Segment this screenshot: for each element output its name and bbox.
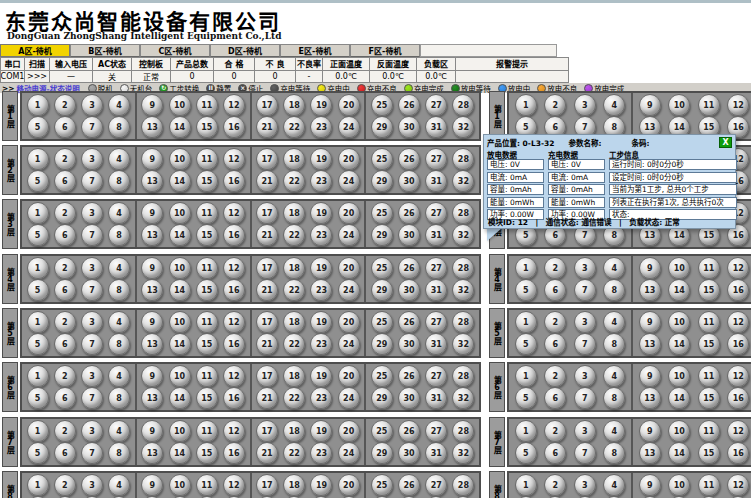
battery-cell-30[interactable]: 30 <box>398 442 420 464</box>
battery-cell-1[interactable]: 1 <box>27 148 49 170</box>
battery-cell-17[interactable]: 17 <box>256 202 278 224</box>
battery-cell-3[interactable]: 3 <box>81 474 103 496</box>
battery-cell-10[interactable]: 10 <box>169 420 191 442</box>
battery-cell-24[interactable]: 24 <box>338 224 360 246</box>
battery-cell-27[interactable]: 27 <box>425 420 447 442</box>
battery-cell-25[interactable]: 25 <box>371 202 393 224</box>
battery-cell-1[interactable]: 1 <box>515 365 537 387</box>
battery-cell-31[interactable]: 31 <box>425 442 447 464</box>
battery-cell-10[interactable]: 10 <box>169 474 191 496</box>
battery-cell-30[interactable]: 30 <box>398 224 420 246</box>
battery-cell-6[interactable]: 6 <box>54 387 76 409</box>
battery-cell-13[interactable]: 13 <box>141 224 163 246</box>
battery-cell-7[interactable]: 7 <box>574 333 596 355</box>
battery-cell-7[interactable]: 7 <box>81 116 103 138</box>
battery-cell-7[interactable]: 7 <box>574 442 596 464</box>
battery-cell-29[interactable]: 29 <box>371 387 393 409</box>
battery-cell-7[interactable]: 7 <box>81 170 103 192</box>
battery-cell-26[interactable]: 26 <box>398 94 420 116</box>
tab-zone-4[interactable]: E区-待机 <box>280 44 350 57</box>
battery-cell-3[interactable]: 3 <box>81 202 103 224</box>
battery-cell-9[interactable]: 9 <box>639 257 661 279</box>
battery-cell-9[interactable]: 9 <box>141 365 163 387</box>
battery-cell-10[interactable]: 10 <box>668 474 690 496</box>
battery-cell-18[interactable]: 18 <box>283 474 305 496</box>
battery-cell-16[interactable]: 16 <box>223 224 245 246</box>
battery-cell-25[interactable]: 25 <box>371 257 393 279</box>
battery-cell-19[interactable]: 19 <box>310 148 332 170</box>
battery-cell-29[interactable]: 29 <box>371 279 393 301</box>
battery-cell-16[interactable]: 16 <box>223 170 245 192</box>
battery-cell-19[interactable]: 19 <box>310 257 332 279</box>
battery-cell-22[interactable]: 22 <box>283 333 305 355</box>
battery-cell-14[interactable]: 14 <box>169 279 191 301</box>
battery-cell-4[interactable]: 4 <box>108 365 130 387</box>
battery-cell-13[interactable]: 13 <box>639 387 661 409</box>
battery-cell-12[interactable]: 12 <box>223 420 245 442</box>
battery-cell-13[interactable]: 13 <box>141 116 163 138</box>
battery-cell-10[interactable]: 10 <box>668 311 690 333</box>
battery-cell-26[interactable]: 26 <box>398 474 420 496</box>
battery-cell-5[interactable]: 5 <box>27 224 49 246</box>
battery-cell-10[interactable]: 10 <box>169 365 191 387</box>
battery-cell-12[interactable]: 12 <box>727 257 749 279</box>
battery-cell-13[interactable]: 13 <box>639 333 661 355</box>
battery-cell-12[interactable]: 12 <box>223 202 245 224</box>
battery-cell-8[interactable]: 8 <box>108 442 130 464</box>
battery-cell-12[interactable]: 12 <box>223 474 245 496</box>
battery-cell-7[interactable]: 7 <box>81 333 103 355</box>
battery-cell-11[interactable]: 11 <box>196 311 218 333</box>
battery-cell-24[interactable]: 24 <box>338 279 360 301</box>
battery-cell-9[interactable]: 9 <box>639 420 661 442</box>
battery-cell-20[interactable]: 20 <box>338 420 360 442</box>
battery-cell-15[interactable]: 15 <box>698 442 720 464</box>
battery-cell-10[interactable]: 10 <box>169 148 191 170</box>
battery-cell-4[interactable]: 4 <box>108 148 130 170</box>
battery-cell-25[interactable]: 25 <box>371 474 393 496</box>
battery-cell-32[interactable]: 32 <box>452 116 474 138</box>
battery-cell-21[interactable]: 21 <box>256 224 278 246</box>
tab-zone-2[interactable]: C区-待机 <box>140 44 210 57</box>
tab-zone-3[interactable]: D区-待机 <box>210 44 280 57</box>
battery-cell-13[interactable]: 13 <box>141 442 163 464</box>
battery-cell-30[interactable]: 30 <box>398 170 420 192</box>
battery-cell-14[interactable]: 14 <box>668 279 690 301</box>
battery-cell-18[interactable]: 18 <box>283 257 305 279</box>
battery-cell-29[interactable]: 29 <box>371 442 393 464</box>
battery-cell-5[interactable]: 5 <box>515 387 537 409</box>
battery-cell-4[interactable]: 4 <box>603 474 625 496</box>
battery-cell-20[interactable]: 20 <box>338 365 360 387</box>
battery-cell-9[interactable]: 9 <box>141 474 163 496</box>
battery-cell-19[interactable]: 19 <box>310 420 332 442</box>
battery-cell-17[interactable]: 17 <box>256 474 278 496</box>
tab-zone-0[interactable]: A区-待机 <box>0 44 70 57</box>
battery-cell-14[interactable]: 14 <box>668 333 690 355</box>
battery-cell-15[interactable]: 15 <box>698 333 720 355</box>
battery-cell-24[interactable]: 24 <box>338 333 360 355</box>
battery-cell-23[interactable]: 23 <box>310 170 332 192</box>
battery-cell-30[interactable]: 30 <box>398 116 420 138</box>
battery-cell-27[interactable]: 27 <box>425 202 447 224</box>
battery-cell-9[interactable]: 9 <box>141 257 163 279</box>
battery-cell-19[interactable]: 19 <box>310 365 332 387</box>
battery-cell-9[interactable]: 9 <box>639 311 661 333</box>
battery-cell-16[interactable]: 16 <box>223 387 245 409</box>
battery-cell-25[interactable]: 25 <box>371 311 393 333</box>
battery-cell-6[interactable]: 6 <box>54 116 76 138</box>
battery-cell-30[interactable]: 30 <box>398 333 420 355</box>
battery-cell-17[interactable]: 17 <box>256 311 278 333</box>
battery-cell-8[interactable]: 8 <box>108 116 130 138</box>
battery-cell-31[interactable]: 31 <box>425 170 447 192</box>
battery-cell-9[interactable]: 9 <box>639 474 661 496</box>
battery-cell-7[interactable]: 7 <box>81 279 103 301</box>
battery-cell-22[interactable]: 22 <box>283 442 305 464</box>
tab-zone-5[interactable]: F区-待机 <box>350 44 420 57</box>
battery-cell-15[interactable]: 15 <box>196 170 218 192</box>
battery-cell-9[interactable]: 9 <box>141 202 163 224</box>
battery-cell-11[interactable]: 11 <box>196 257 218 279</box>
battery-cell-20[interactable]: 20 <box>338 94 360 116</box>
battery-cell-11[interactable]: 11 <box>196 202 218 224</box>
battery-cell-17[interactable]: 17 <box>256 257 278 279</box>
battery-cell-2[interactable]: 2 <box>544 311 566 333</box>
battery-cell-1[interactable]: 1 <box>27 420 49 442</box>
